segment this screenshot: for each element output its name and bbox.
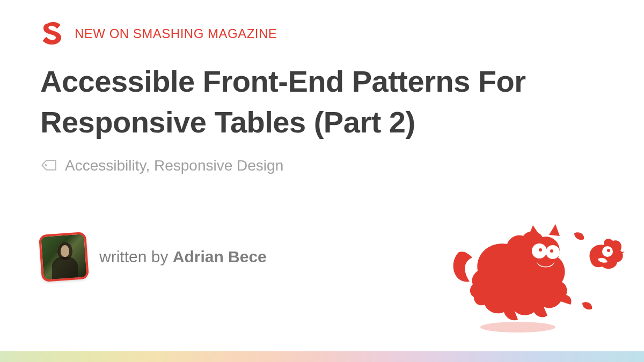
tag-icon [40,159,57,173]
rainbow-divider [0,351,644,362]
byline-prefix: written by [99,248,173,265]
author-avatar [39,232,89,282]
svg-point-0 [45,164,47,166]
svg-point-5 [550,249,553,253]
kicker-row: NEW ON SMASHING MAGAZINE [40,21,604,46]
mascot-cat-icon [448,220,625,338]
svg-point-7 [607,249,610,252]
article-title: Accessible Front-End Patterns For Respon… [40,61,604,142]
author-name: Adrian Bece [173,248,267,265]
tags-text: Accessibility, Responsive Design [65,157,283,174]
smashing-logo-icon [40,21,65,46]
kicker-text: NEW ON SMASHING MAGAZINE [75,26,277,41]
svg-point-1 [480,322,555,333]
tags-row: Accessibility, Responsive Design [40,157,604,174]
svg-point-4 [539,248,542,252]
byline: written by Adrian Bece [99,248,267,266]
